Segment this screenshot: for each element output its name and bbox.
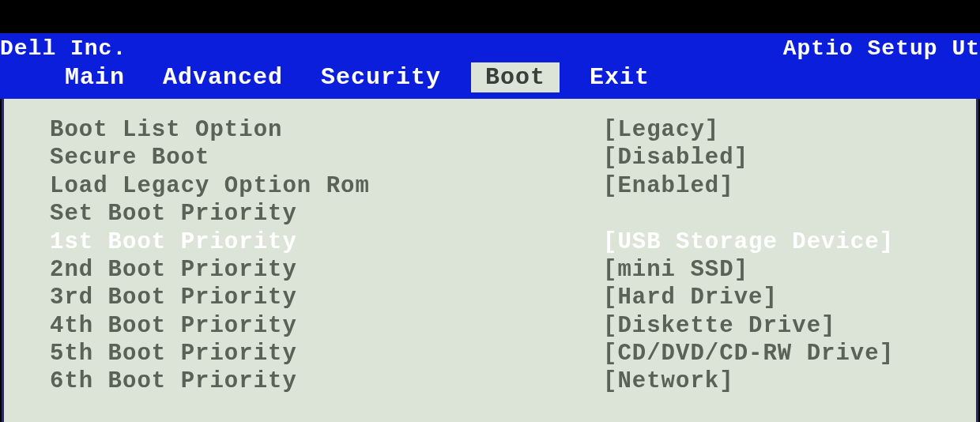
setting-value: [USB Storage Device] <box>603 228 930 256</box>
setting-label: 1st Boot Priority <box>50 228 603 256</box>
tab-exit[interactable]: Exit <box>582 62 658 92</box>
setting-boot-list-option[interactable]: Boot List Option [Legacy] <box>50 116 930 144</box>
tab-boot[interactable]: Boot <box>471 62 560 92</box>
setting-3rd-boot-priority[interactable]: 3rd Boot Priority [Hard Drive] <box>50 284 930 311</box>
setting-label: 4th Boot Priority <box>50 312 603 340</box>
setting-4th-boot-priority[interactable]: 4th Boot Priority [Diskette Drive] <box>50 312 930 340</box>
setting-value: [Enabled] <box>603 172 930 200</box>
setting-value: [Legacy] <box>603 116 930 144</box>
setting-value: [Disabled] <box>603 144 930 171</box>
setting-label: Secure Boot <box>50 144 603 171</box>
setting-value: [Hard Drive] <box>603 284 930 311</box>
tab-security[interactable]: Security <box>313 62 449 92</box>
setting-load-legacy-option-rom[interactable]: Load Legacy Option Rom [Enabled] <box>50 172 930 200</box>
setting-secure-boot[interactable]: Secure Boot [Disabled] <box>50 144 930 171</box>
utility-label: Aptio Setup Ut <box>783 36 980 61</box>
tab-bar: Main Advanced Security Boot Exit <box>0 62 980 92</box>
tab-main[interactable]: Main <box>57 62 133 92</box>
setting-label: Load Legacy Option Rom <box>50 172 603 200</box>
vendor-label: Dell Inc. <box>0 36 126 61</box>
setting-5th-boot-priority[interactable]: 5th Boot Priority [CD/DVD/CD-RW Drive] <box>50 340 930 367</box>
header-bar: Dell Inc. Aptio Setup Ut Main Advanced S… <box>0 33 980 99</box>
setting-value: [mini SSD] <box>603 256 930 284</box>
setting-2nd-boot-priority[interactable]: 2nd Boot Priority [mini SSD] <box>50 256 930 284</box>
setting-value: [Network] <box>603 367 930 395</box>
header-top: Dell Inc. Aptio Setup Ut <box>0 36 980 62</box>
bios-screen: Dell Inc. Aptio Setup Ut Main Advanced S… <box>0 0 980 422</box>
setting-label: 2nd Boot Priority <box>50 256 603 284</box>
setting-value <box>603 200 930 228</box>
tab-advanced[interactable]: Advanced <box>155 62 291 92</box>
setting-value: [CD/DVD/CD-RW Drive] <box>603 340 930 367</box>
setting-6th-boot-priority[interactable]: 6th Boot Priority [Network] <box>50 367 930 395</box>
setting-set-boot-priority: Set Boot Priority <box>50 200 930 228</box>
setting-value: [Diskette Drive] <box>603 312 930 340</box>
setting-1st-boot-priority[interactable]: 1st Boot Priority [USB Storage Device] <box>50 228 930 256</box>
setting-label: 5th Boot Priority <box>50 340 603 367</box>
setting-label: Set Boot Priority <box>50 200 603 228</box>
setting-label: Boot List Option <box>50 116 603 144</box>
setting-label: 6th Boot Priority <box>50 367 603 395</box>
setting-label: 3rd Boot Priority <box>50 284 603 311</box>
settings-panel: Boot List Option [Legacy] Secure Boot [D… <box>2 99 978 422</box>
